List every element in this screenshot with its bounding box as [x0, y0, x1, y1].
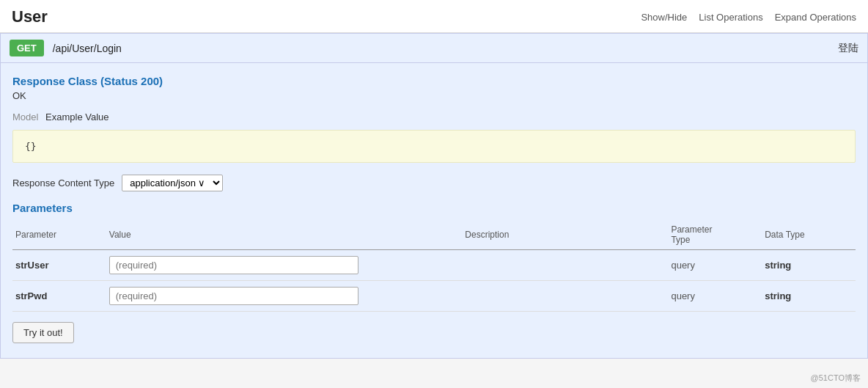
- table-header-row: Parameter Value Description Parameter Ty…: [12, 222, 856, 250]
- param-value-input-0[interactable]: [109, 256, 358, 274]
- example-content: {}: [25, 141, 37, 152]
- example-box: {}: [12, 130, 856, 163]
- table-row: strPwd query string: [12, 281, 856, 312]
- response-content-type-row: Response Content Type application/json ∨: [12, 175, 856, 191]
- table-row: strUser query string: [12, 250, 856, 281]
- param-datatype-1: string: [762, 281, 856, 312]
- param-description-0: [462, 250, 668, 281]
- api-title: User: [12, 7, 48, 26]
- endpoint-auth[interactable]: 登陆: [838, 42, 858, 55]
- try-it-out-button[interactable]: Try it out!: [12, 322, 74, 343]
- expand-operations-link[interactable]: Expand Operations: [775, 12, 856, 23]
- parameters-title: Parameters: [12, 202, 856, 214]
- content-area: Response Class (Status 200) OK Model Exa…: [0, 63, 868, 359]
- model-tab[interactable]: Model: [12, 110, 43, 124]
- response-content-type-label: Response Content Type: [12, 177, 114, 188]
- col-header-description: Description: [462, 222, 668, 250]
- param-type-1: query: [668, 281, 762, 312]
- method-badge: GET: [10, 40, 44, 56]
- parameters-table: Parameter Value Description Parameter Ty…: [12, 222, 856, 312]
- content-type-select[interactable]: application/json ∨: [122, 175, 223, 191]
- model-tabs: Model Example Value: [12, 110, 856, 124]
- col-paramtype-line1: Parameter: [671, 224, 712, 235]
- endpoint-bar: GET /api/User/Login 登陆: [0, 33, 868, 63]
- param-datatype-0: string: [762, 250, 856, 281]
- api-header: User Show/Hide List Operations Expand Op…: [0, 0, 868, 33]
- col-header-value: Value: [106, 222, 463, 250]
- show-hide-link[interactable]: Show/Hide: [641, 12, 687, 23]
- col-header-datatype: Data Type: [762, 222, 856, 250]
- col-header-parameter: Parameter: [12, 222, 106, 250]
- page-wrapper: User Show/Hide List Operations Expand Op…: [0, 0, 868, 359]
- param-name-1: strPwd: [15, 290, 47, 301]
- param-value-input-1[interactable]: [109, 287, 358, 305]
- response-class-title: Response Class (Status 200): [12, 75, 856, 87]
- example-value-tab[interactable]: Example Value: [45, 110, 113, 124]
- list-operations-link[interactable]: List Operations: [699, 12, 762, 23]
- col-paramtype-line2: Type: [671, 235, 690, 245]
- param-description-1: [462, 281, 668, 312]
- footer-watermark: @51CTO博客: [811, 373, 861, 384]
- param-name-0: strUser: [15, 260, 49, 271]
- response-ok: OK: [12, 90, 856, 101]
- endpoint-path: /api/User/Login: [53, 43, 838, 54]
- param-type-0: query: [668, 250, 762, 281]
- header-actions: Show/Hide List Operations Expand Operati…: [641, 12, 856, 23]
- col-header-paramtype: Parameter Type: [668, 222, 762, 250]
